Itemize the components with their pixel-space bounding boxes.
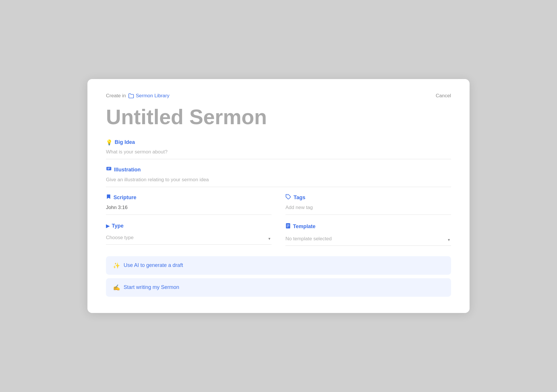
big-idea-placeholder[interactable]: What is your sermon about? [106,149,451,159]
tags-label-text: Tags [294,195,305,201]
template-section: Template No template selected ▾ [285,223,451,246]
ai-draft-label: Use AI to generate a draft [124,262,183,268]
chat-icon [106,166,112,172]
tags-label: Tags [285,194,451,201]
big-idea-label-text: Big Idea [115,139,135,145]
document-icon [285,223,291,229]
type-icon: ▶ [106,223,109,229]
tag-icon [285,194,291,200]
scripture-value[interactable]: John 3:16 [106,205,272,215]
folder-name: Sermon Library [136,93,169,99]
illustration-placeholder[interactable]: Give an illustration relating to your se… [106,177,451,187]
big-idea-section: 💡 Big Idea What is your sermon about? [106,139,451,159]
template-select-wrapper: No template selected ▾ [285,234,451,246]
scripture-icon [106,194,111,201]
big-idea-label: 💡 Big Idea [106,139,451,146]
template-select[interactable]: No template selected [285,234,451,246]
type-section: ▶ Type Choose type Series Standalone Gue… [106,223,272,246]
start-writing-icon: ✍️ [113,284,120,291]
type-label-text: Type [112,223,124,229]
type-select[interactable]: Choose type Series Standalone Guest [106,232,272,245]
tags-icon [285,194,291,201]
scripture-tags-row: Scripture John 3:16 Tags Add new tag [106,194,451,215]
scripture-label: Scripture [106,194,272,201]
illustration-label-text: Illustration [114,167,141,173]
type-label: ▶ Type [106,223,272,229]
illustration-icon [106,166,112,173]
scripture-section: Scripture John 3:16 [106,194,272,215]
illustration-section: Illustration Give an illustration relati… [106,166,451,187]
cancel-button[interactable]: Cancel [436,93,451,99]
scripture-label-text: Scripture [113,195,136,201]
bookmark-icon [106,194,111,200]
template-label-text: Template [293,224,316,230]
big-idea-icon: 💡 [106,139,112,146]
action-buttons: ✨ Use AI to generate a draft ✍️ Start wr… [106,256,451,297]
sermon-title[interactable]: Untitled Sermon [106,106,451,129]
folder-icon [128,93,134,99]
create-sermon-modal: Create in Sermon Library Cancel Untitled… [87,79,470,313]
header-row: Create in Sermon Library Cancel [106,93,451,99]
type-select-wrapper: Choose type Series Standalone Guest ▾ [106,232,272,245]
template-label: Template [285,223,451,230]
illustration-label: Illustration [106,166,451,173]
create-in-text: Create in [106,93,126,99]
svg-rect-0 [107,167,111,170]
template-icon [285,223,291,230]
create-in-label: Create in Sermon Library [106,93,169,99]
start-writing-label: Start writing my Sermon [124,284,179,290]
ai-draft-button[interactable]: ✨ Use AI to generate a draft [106,256,451,275]
ai-draft-icon: ✨ [113,262,120,269]
folder-link[interactable]: Sermon Library [128,93,169,99]
type-template-row: ▶ Type Choose type Series Standalone Gue… [106,223,451,246]
tags-section: Tags Add new tag [285,194,451,215]
tags-placeholder[interactable]: Add new tag [285,205,451,215]
start-writing-button[interactable]: ✍️ Start writing my Sermon [106,278,451,297]
